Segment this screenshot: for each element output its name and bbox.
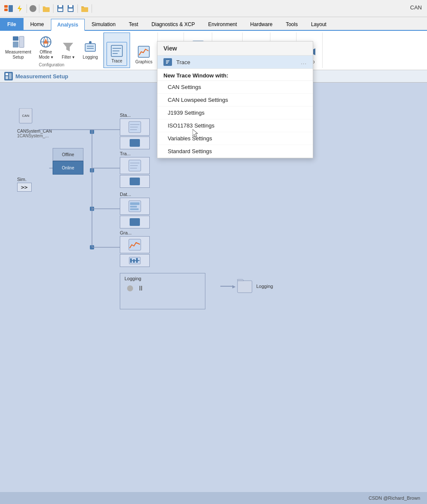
can-label: CANSystem_CAN: [17, 129, 52, 133]
logging-controls: ⏸: [120, 283, 205, 294]
save-icon[interactable]: [56, 4, 65, 13]
svg-rect-4: [43, 7, 50, 12]
graphics-items: Graphics: [133, 33, 155, 66]
menu-item-can[interactable]: CAN Settings: [157, 81, 313, 94]
graphics-group-label: [133, 66, 155, 68]
tab-diagnostics[interactable]: Diagnostics & XCP: [145, 18, 201, 30]
tra-sub-icon: [130, 178, 140, 185]
separator: [39, 4, 39, 13]
trace-group-label: [107, 66, 127, 68]
sta-sub: [120, 136, 150, 149]
trace-button[interactable]: Trace: [107, 42, 127, 66]
tab-environment[interactable]: Environment: [202, 18, 243, 30]
separator: [27, 4, 27, 13]
svg-rect-62: [130, 202, 139, 205]
log-record-dot: [127, 285, 133, 291]
svg-rect-48: [6, 73, 8, 75]
status-bar: CSDN @Richard_Brown: [0, 492, 427, 504]
graphics-label: Graphics: [135, 59, 152, 65]
dropdown-trace-dots: ...: [301, 59, 307, 65]
graphics-icon: [137, 45, 151, 59]
sim-label: Sim.: [17, 177, 32, 182]
trace-item-icon: [163, 58, 172, 66]
log-pause-icon: ⏸: [137, 285, 144, 292]
svg-rect-6: [59, 5, 62, 7]
ribbon-tabs: File Home Analysis Simulation Test Diagn…: [0, 17, 427, 31]
svg-point-23: [89, 41, 92, 44]
gra-block: Gra...: [120, 230, 150, 267]
svg-rect-12: [13, 36, 18, 41]
lightning-icon[interactable]: [15, 4, 24, 13]
graphics-button[interactable]: Graphics: [133, 43, 155, 66]
tra-block: Tra...: [120, 151, 150, 188]
sta-icon: [120, 119, 150, 136]
offline-mode-label: OfflineMode ▾: [39, 50, 53, 60]
app-icon: [3, 3, 14, 14]
circle-icon[interactable]: [30, 5, 36, 12]
svg-rect-63: [130, 206, 137, 208]
dat-block: Dat...: [120, 192, 150, 228]
sim-arrows: >>: [17, 183, 32, 192]
svg-marker-19: [63, 43, 73, 51]
svg-rect-70: [136, 258, 138, 263]
logging-right-node: ▶ Logging: [220, 277, 273, 295]
svg-rect-20: [85, 44, 95, 51]
tab-layout[interactable]: Layout: [305, 18, 333, 30]
breadcrumb-title: Measurement Setup: [15, 73, 68, 80]
open-icon[interactable]: [80, 4, 89, 13]
tab-test[interactable]: Test: [122, 18, 145, 30]
measurement-setup-label: MeasurementSetup: [5, 50, 31, 60]
tab-file[interactable]: File: [0, 18, 24, 30]
svg-rect-71: [237, 281, 252, 293]
online-block: Online: [53, 161, 83, 175]
folder-icon[interactable]: [42, 4, 50, 13]
tab-analysis[interactable]: Analysis: [51, 19, 85, 31]
filter-label: Filter ▾: [62, 55, 74, 60]
menu-item-iso11783[interactable]: ISO11783 Settings: [157, 119, 313, 132]
logging-label: Logging: [83, 55, 98, 60]
menu-item-variables[interactable]: Variables Settings: [157, 132, 313, 145]
config-items: MeasurementSetup OfflineMode ▾ Filter ▾ …: [3, 33, 101, 62]
connector-dot-3: [90, 207, 94, 211]
logging-right-label: Logging: [256, 284, 273, 289]
tab-home[interactable]: Home: [24, 18, 50, 30]
svg-rect-1: [4, 9, 8, 11]
filter-button[interactable]: Filter ▾: [58, 39, 78, 62]
filter-icon: [61, 40, 75, 54]
title-bar: CAN: [0, 0, 427, 17]
menu-item-j1939[interactable]: J1939 Settings: [157, 107, 313, 119]
svg-rect-2: [9, 5, 13, 12]
app-title: CAN: [410, 4, 422, 11]
svg-rect-49: [6, 76, 8, 79]
trace-icon: [110, 44, 124, 58]
menu-item-can-lowspeed[interactable]: CAN Lowspeed Settings: [157, 94, 313, 107]
tab-tools[interactable]: Tools: [279, 18, 304, 30]
tra-icon: [120, 157, 150, 174]
dat-sub: [120, 216, 150, 228]
dat-sub-icon: [130, 218, 140, 226]
menu-item-standard[interactable]: Standard Settings: [157, 145, 313, 158]
trace-dropdown: View Trace ... New Trace Window with: CA…: [157, 41, 313, 158]
measurement-setup-icon: [12, 35, 25, 49]
svg-rect-64: [130, 208, 139, 210]
measurement-setup-button[interactable]: MeasurementSetup: [3, 33, 34, 62]
sta-block: Sta...: [120, 113, 150, 149]
connector-dot-2: [90, 168, 94, 172]
sta-sub-icon: [130, 139, 140, 147]
dropdown-trace-item[interactable]: Trace ...: [157, 56, 313, 69]
logging-button[interactable]: Logging: [80, 39, 101, 62]
dropdown-header: View: [157, 42, 313, 56]
svg-rect-0: [4, 5, 8, 8]
can-sublabel: 1CANSystem_...: [17, 133, 52, 138]
config-group-label: Configuration: [3, 62, 101, 68]
tab-simulation[interactable]: Simulation: [85, 18, 122, 30]
dat-icon: [120, 198, 150, 215]
ribbon-group-trace: Trace: [104, 33, 130, 68]
logging-block: Logging ⏸: [120, 273, 205, 309]
svg-marker-3: [18, 5, 22, 12]
svg-text:CAN: CAN: [22, 114, 30, 118]
save2-icon[interactable]: [66, 4, 75, 13]
tab-hardware[interactable]: Hardware: [244, 18, 279, 30]
svg-rect-7: [58, 9, 62, 11]
offline-mode-button[interactable]: OfflineMode ▾: [36, 33, 56, 62]
